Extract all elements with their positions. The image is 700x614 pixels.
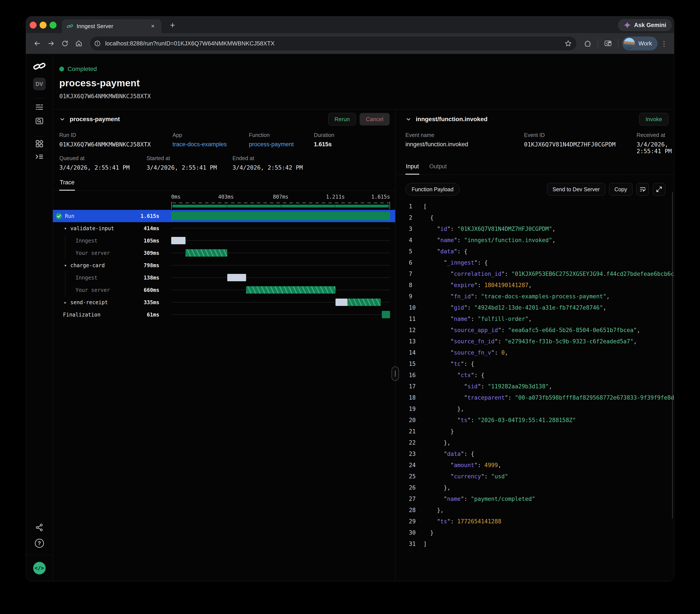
caret-right-icon[interactable]	[63, 300, 68, 305]
trace-row-validate-input[interactable]: validate-input414ms	[53, 222, 395, 234]
line-number: 10	[396, 302, 423, 313]
line-number: 22	[396, 437, 423, 448]
copy-button[interactable]: Copy	[609, 183, 633, 195]
address-bar[interactable]: localhost:8288/run?runID=01KJX6Q7W64NMKM…	[90, 37, 576, 50]
close-window-button[interactable]	[30, 22, 37, 28]
inngest-logo-icon[interactable]	[33, 62, 46, 71]
tab-input[interactable]: Input	[405, 161, 419, 175]
function-payload-pill[interactable]: Function Payload	[405, 183, 460, 195]
code-line: 13 source_fn_id: "e27943fe-f31b-5c9b-932…	[396, 336, 674, 347]
trace-row-charge-card[interactable]: charge-card798ms	[53, 259, 395, 271]
code-line: 31]	[396, 538, 674, 550]
new-tab-button[interactable]	[168, 20, 177, 30]
tab-trace[interactable]: Trace	[59, 177, 75, 191]
payload-json[interactable]: 1[2 {3 id: "01KJX6Q7V81N4DMZ7HFJ0CGPDM",…	[396, 201, 674, 550]
trace-row-finalization[interactable]: Finalization61ms	[53, 308, 395, 321]
home-icon[interactable]	[73, 37, 85, 50]
axis-tick: 403ms	[218, 194, 234, 200]
toolbar-divider	[598, 39, 598, 48]
ask-gemini-button[interactable]: Ask Gemini	[618, 19, 672, 31]
line-number: 6	[396, 257, 423, 268]
trace-row-label: Your server	[76, 250, 110, 256]
line-number: 13	[396, 336, 423, 347]
trace-row-label: charge-card	[70, 263, 105, 268]
apps-icon[interactable]	[35, 139, 44, 148]
minimap-end-bracket	[389, 202, 390, 209]
trace-row-your-server[interactable]: Your server309ms	[53, 247, 395, 259]
code-line: 2 {	[396, 212, 674, 223]
line-number: 20	[396, 414, 423, 426]
zoom-window-button[interactable]	[50, 22, 57, 28]
extensions-icon[interactable]	[582, 37, 594, 50]
runs-list-icon[interactable]	[35, 103, 44, 112]
tab-close-icon[interactable]	[149, 22, 157, 30]
forward-icon[interactable]	[45, 37, 57, 50]
bookmark-star-icon[interactable]	[562, 37, 574, 50]
trace-row-run[interactable]: Run1.615s	[53, 210, 395, 222]
trace-track-line	[171, 265, 390, 266]
minimize-window-button[interactable]	[40, 22, 47, 28]
trace-row-your-server[interactable]: Your server660ms	[53, 284, 395, 296]
search-events-icon[interactable]	[35, 117, 44, 125]
minimap-tick	[335, 205, 335, 207]
tab-output[interactable]: Output	[429, 161, 447, 175]
help-icon[interactable]	[35, 539, 44, 548]
minimap-dashes	[173, 202, 389, 203]
trace-bar-exec	[347, 298, 381, 306]
chevron-down-icon[interactable]	[59, 116, 65, 122]
status-badge: Completed	[67, 66, 97, 73]
trace-track-line	[171, 240, 390, 241]
code-line: 14 source_fn_v: 0,	[396, 347, 674, 358]
profile-chip[interactable]: Work	[622, 37, 658, 50]
code-line: 18 traceparent: "00-a073fb598bfff8af8295…	[396, 392, 674, 403]
trace-row-duration: 138ms	[135, 275, 159, 281]
line-number: 9	[396, 291, 423, 302]
caret-down-icon[interactable]	[63, 263, 68, 268]
back-icon[interactable]	[31, 37, 43, 50]
share-icon[interactable]	[35, 523, 44, 532]
trace-row-inngest[interactable]: Inngest138ms	[53, 271, 395, 284]
meta-queued-at: Queued at 3/4/2026, 2:55:41 PM	[59, 155, 147, 171]
side-panel-search-icon[interactable]	[602, 37, 614, 50]
caret-down-icon[interactable]	[63, 226, 68, 231]
invoke-button[interactable]: Invoke	[639, 113, 668, 126]
browser-tab[interactable]: Inngest Server	[62, 19, 161, 33]
expand-icon[interactable]	[653, 183, 665, 195]
chevron-down-icon[interactable]	[405, 116, 411, 122]
trace-bar-queue	[227, 274, 246, 281]
trace-row-duration: 61ms	[135, 312, 159, 318]
meta-function: Function process-payment	[249, 132, 314, 148]
terminal-list-icon[interactable]	[35, 152, 44, 161]
trace-row-inngest[interactable]: Inngest105ms	[53, 234, 395, 247]
sidebar-divider	[34, 98, 45, 98]
trace-row-duration: 414ms	[135, 226, 159, 231]
trace-row-duration: 335ms	[135, 299, 159, 306]
minimap-tick	[281, 205, 282, 207]
reload-icon[interactable]	[59, 37, 71, 50]
line-number: 21	[396, 426, 423, 437]
url-text[interactable]: localhost:8288/run?runID=01KJX6Q7W64NMKM…	[105, 40, 562, 47]
trace-row-send-receipt[interactable]: send-receipt335ms	[53, 296, 395, 308]
app-link[interactable]: trace-docs-examples	[173, 141, 249, 148]
rerun-button[interactable]: Rerun	[328, 113, 356, 126]
code-line: 21 }	[396, 426, 674, 437]
ask-gemini-label: Ask Gemini	[634, 22, 666, 28]
trace-minimap[interactable]	[53, 202, 395, 210]
trace-bar-queue	[336, 298, 347, 306]
site-info-icon[interactable]	[92, 38, 103, 49]
browser-menu-icon[interactable]	[659, 37, 669, 50]
code-line: 10 gid: "4924bd12-13de-4201-a31e-fb7f427…	[396, 302, 674, 313]
line-number: 14	[396, 347, 423, 358]
cancel-button: Cancel	[360, 113, 390, 126]
scrollbar[interactable]	[672, 192, 673, 519]
code-line: 5 data: {	[396, 246, 674, 257]
function-link[interactable]: process-payment	[249, 141, 314, 148]
send-to-dev-server-button[interactable]: Send to Dev Server	[547, 183, 605, 195]
dev-tools-button[interactable]: </>	[33, 562, 46, 574]
line-number: 24	[396, 460, 423, 471]
app-content: DV </> Completed process-payment 01KJX6Q…	[26, 54, 674, 581]
code-line: 28 },	[396, 504, 674, 516]
wrap-lines-icon[interactable]	[636, 183, 649, 195]
trace-row-label: Inngest	[76, 275, 97, 281]
env-badge[interactable]: DV	[33, 78, 46, 90]
